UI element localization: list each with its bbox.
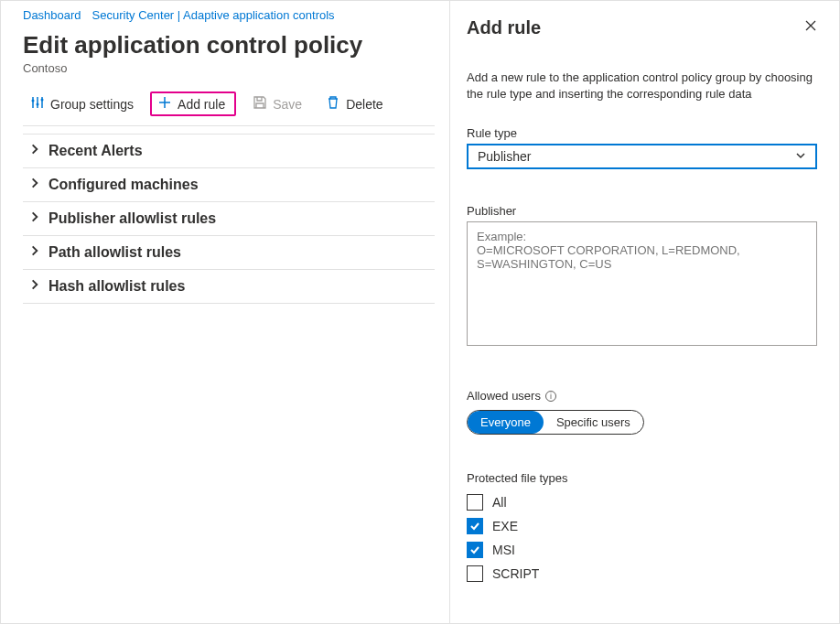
section-label: Recent Alerts [48,143,143,159]
section-configured-machines[interactable]: Configured machines [23,167,435,201]
section-label: Configured machines [48,177,199,193]
page-subtitle: Contoso [23,61,435,75]
file-types-list: All EXE MSI SCRIPT [467,494,817,582]
close-icon [804,20,817,35]
publisher-label: Publisher [467,204,817,218]
sections-accordion: Recent Alerts Configured machines Publis… [23,134,435,304]
toggle-everyone[interactable]: Everyone [468,411,544,434]
checkbox-label: All [492,495,507,510]
checkbox-icon [467,494,483,511]
button-label: Add rule [178,97,225,112]
info-icon[interactable]: i [545,391,556,402]
breadcrumb: Dashboard Security Center | Adaptive app… [23,8,435,22]
plus-icon [157,95,172,113]
section-label: Path allowlist rules [48,244,181,261]
breadcrumb-item[interactable]: Security Center | Adaptive application c… [92,8,335,22]
checkbox-label: SCRIPT [492,566,539,581]
rule-type-label: Rule type [467,126,817,140]
button-label: Save [273,97,302,112]
section-path-rules[interactable]: Path allowlist rules [23,235,435,269]
checkbox-all[interactable]: All [467,494,817,511]
checkbox-icon [467,542,483,558]
section-label: Publisher allowlist rules [48,210,216,227]
save-icon [253,95,267,113]
rule-type-select[interactable]: Publisher [467,144,817,169]
delete-button[interactable]: Delete [318,91,390,116]
svg-point-0 [32,100,35,102]
group-settings-button[interactable]: Group settings [23,91,141,116]
close-button[interactable] [804,19,817,35]
select-value: Publisher [478,149,531,164]
section-recent-alerts[interactable]: Recent Alerts [23,134,435,167]
button-label: Group settings [50,97,134,112]
checkbox-msi[interactable]: MSI [467,542,817,558]
section-publisher-rules[interactable]: Publisher allowlist rules [23,201,435,235]
chevron-right-icon [28,143,41,159]
chevron-down-icon [795,149,806,164]
chevron-right-icon [28,244,41,261]
panel-description: Add a new rule to the application contro… [467,70,817,102]
section-label: Hash allowlist rules [48,278,185,295]
toolbar: Group settings Add rule Save Delete [23,91,435,126]
chevron-right-icon [28,210,41,227]
trash-icon [326,95,340,113]
section-hash-rules[interactable]: Hash allowlist rules [23,269,435,304]
allowed-users-label: Allowed users i [467,389,817,403]
svg-point-1 [37,103,39,106]
checkbox-label: EXE [492,519,518,533]
protected-types-label: Protected file types [467,471,817,485]
add-rule-button[interactable]: Add rule [150,91,236,116]
svg-point-2 [41,99,44,102]
page-title: Edit application control policy [23,31,435,59]
checkbox-label: MSI [492,543,515,557]
checkbox-icon [467,565,483,582]
checkbox-script[interactable]: SCRIPT [467,565,817,582]
checkbox-exe[interactable]: EXE [467,518,817,534]
chevron-right-icon [28,278,41,295]
allowed-users-toggle: Everyone Specific users [467,410,644,435]
button-label: Delete [346,97,382,112]
save-button[interactable]: Save [245,91,309,116]
checkbox-icon [467,518,483,534]
toggle-specific-users[interactable]: Specific users [544,411,643,434]
sliders-icon [30,95,45,113]
panel-title: Add rule [467,17,817,38]
add-rule-panel: Add rule Add a new rule to the applicati… [449,1,839,623]
breadcrumb-item[interactable]: Dashboard [23,8,81,22]
publisher-textarea[interactable] [467,221,817,346]
chevron-right-icon [28,177,41,193]
